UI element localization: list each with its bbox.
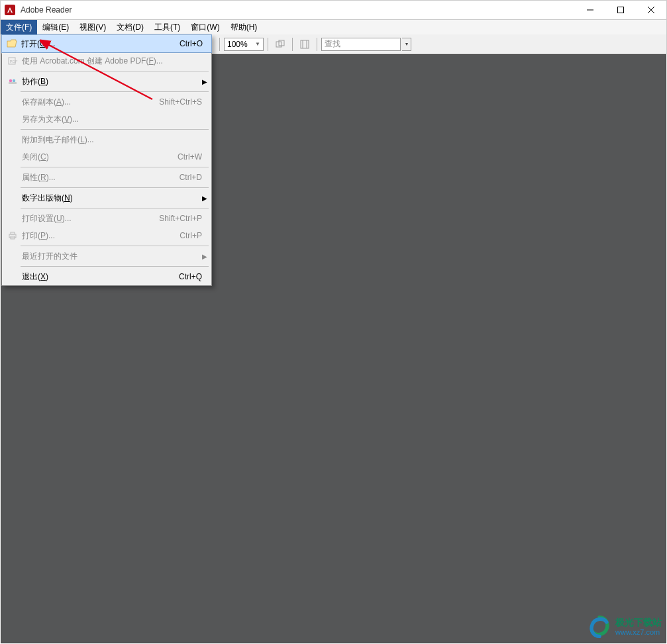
menu-item-collaborate[interactable]: 协作(B) ▶ [2, 73, 211, 90]
folder-open-icon [5, 39, 19, 48]
menu-item-create-pdf[interactable]: PDF 使用 Acrobat.com 创建 Adobe PDF(F)... [2, 52, 211, 69]
menu-divider [21, 91, 209, 92]
menu-shortcut: Shift+Ctrl+S [159, 97, 202, 107]
submenu-arrow-icon: ▶ [202, 253, 207, 260]
zoom-combobox[interactable]: 100% ▼ [224, 38, 264, 51]
menu-label: 最近打开的文件 [19, 251, 202, 262]
tool-button-1[interactable] [272, 36, 288, 52]
svg-text:PDF: PDF [10, 60, 18, 64]
svg-rect-6 [301, 40, 309, 48]
submenu-arrow-icon: ▶ [202, 195, 207, 202]
svg-point-11 [9, 79, 12, 82]
menu-item-print[interactable]: 打印(P)... Ctrl+P [2, 227, 211, 244]
menu-item-properties[interactable]: 属性(R)... Ctrl+D [2, 169, 211, 186]
menu-label: 数字出版物(N) [19, 193, 202, 204]
submenu-arrow-icon: ▶ [202, 78, 207, 85]
menu-label: 打印设置(U)... [19, 213, 159, 224]
window-title: Adobe Reader [21, 5, 72, 15]
zoom-value: 100% [227, 40, 248, 49]
toolbar-separator [268, 38, 268, 51]
svg-rect-13 [9, 82, 17, 84]
menu-item-print-setup[interactable]: 打印设置(U)... Shift+Ctrl+P [2, 210, 211, 227]
menu-divider [21, 246, 209, 246]
collaborate-icon [6, 77, 19, 86]
menu-label: 退出(X) [19, 271, 179, 283]
toolbar-separator [219, 38, 220, 51]
menu-label: 另存为文本(V)... [19, 114, 202, 125]
menu-divider [21, 187, 209, 188]
menu-item-attach-email[interactable]: 附加到电子邮件(L)... [2, 131, 211, 148]
menu-item-digital-pub[interactable]: 数字出版物(N) ▶ [2, 189, 211, 207]
menu-divider [21, 129, 209, 130]
menu-item-save-copy[interactable]: 保存副本(A)... Shift+Ctrl+S [2, 93, 211, 111]
menu-divider [21, 71, 209, 71]
menu-divider [21, 266, 209, 267]
menu-shortcut: Shift+Ctrl+P [159, 214, 202, 223]
menu-divider [21, 208, 209, 208]
menu-window[interactable]: 窗口(W) [185, 20, 225, 34]
maximize-button[interactable] [605, 1, 636, 19]
find-dropdown-button[interactable]: ▾ [402, 38, 411, 51]
toolbar-separator [317, 38, 317, 51]
menu-label: 协作(B) [19, 76, 202, 87]
menu-label: 属性(R)... [19, 172, 180, 183]
menu-label: 使用 Acrobat.com 创建 Adobe PDF(F)... [19, 56, 202, 67]
create-pdf-icon: PDF [6, 56, 19, 66]
menu-divider [21, 167, 209, 167]
menu-label: 打开(O)... [19, 38, 180, 50]
menu-shortcut: Ctrl+W [178, 152, 202, 161]
tool-button-2[interactable] [297, 36, 313, 52]
find-input[interactable]: 查找 [321, 38, 401, 51]
minimize-button[interactable] [575, 1, 605, 19]
menu-shortcut: Ctrl+O [180, 39, 203, 48]
watermark-swirl-icon [588, 615, 611, 639]
menu-view[interactable]: 视图(V) [74, 20, 111, 34]
chevron-down-icon: ▼ [255, 41, 260, 47]
watermark-line1: 极光下载站 [615, 617, 662, 627]
adobe-reader-icon [5, 5, 15, 15]
menu-label: 保存副本(A)... [19, 97, 159, 108]
menu-item-exit[interactable]: 退出(X) Ctrl+Q [2, 268, 211, 285]
svg-rect-15 [11, 232, 15, 234]
watermark: 极光下载站 www.xz7.com [588, 615, 662, 639]
toolbar-separator [292, 38, 293, 51]
menu-item-recent[interactable]: 最近打开的文件 ▶ [2, 248, 211, 265]
menu-file[interactable]: 文件(F) [1, 20, 37, 34]
find-placeholder: 查找 [325, 38, 340, 50]
menu-edit[interactable]: 编辑(E) [37, 20, 74, 34]
menu-help[interactable]: 帮助(H) [225, 20, 263, 34]
menu-document[interactable]: 文档(D) [111, 20, 149, 34]
menu-label: 关闭(C) [19, 152, 178, 163]
title-bar: Adobe Reader [0, 0, 667, 20]
close-button[interactable] [636, 1, 666, 19]
menu-tools[interactable]: 工具(T) [149, 20, 185, 34]
menu-shortcut: Ctrl+P [180, 231, 202, 240]
watermark-line2: www.xz7.com [615, 628, 662, 636]
svg-point-12 [13, 79, 15, 82]
menu-item-save-as-text[interactable]: 另存为文本(V)... [2, 111, 211, 128]
menu-label: 打印(P)... [19, 230, 180, 242]
svg-rect-1 [618, 7, 624, 13]
menu-item-open[interactable]: 打开(O)... Ctrl+O [1, 34, 212, 53]
menu-shortcut: Ctrl+Q [179, 272, 202, 281]
window-controls [575, 1, 666, 19]
file-menu-dropdown: 打开(O)... Ctrl+O PDF 使用 Acrobat.com 创建 Ad… [1, 34, 212, 286]
printer-icon [6, 231, 19, 240]
menu-label: 附加到电子邮件(L)... [19, 134, 202, 146]
menu-bar: 文件(F) 编辑(E) 视图(V) 文档(D) 工具(T) 窗口(W) 帮助(H… [0, 20, 667, 34]
menu-item-close[interactable]: 关闭(C) Ctrl+W [2, 148, 211, 165]
menu-shortcut: Ctrl+D [180, 173, 202, 182]
